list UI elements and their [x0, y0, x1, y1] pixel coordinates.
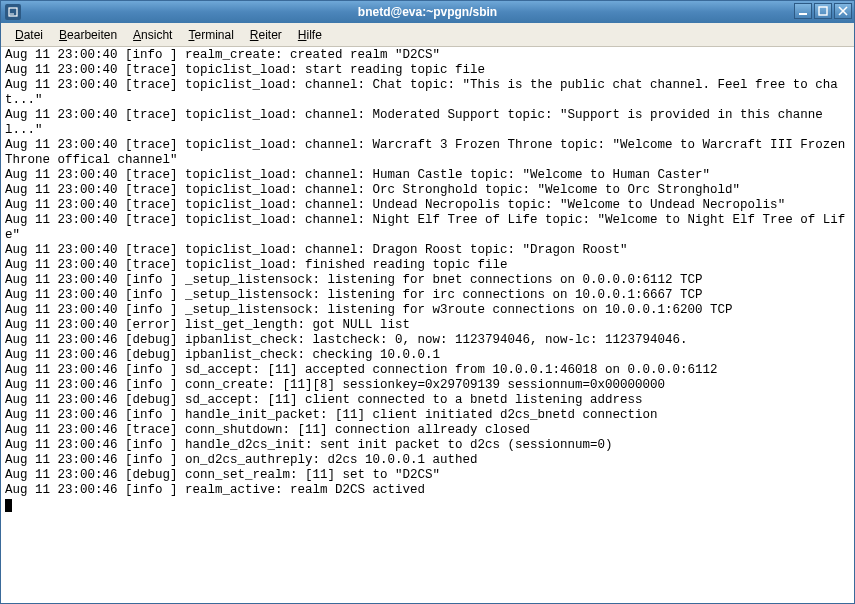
terminal-window: bnetd@eva:~pvpgn/sbin DateiBearbeitenAns… [0, 0, 855, 604]
menu-hilfe[interactable]: Hilfe [290, 26, 330, 44]
terminal-cursor [5, 499, 12, 512]
app-icon [5, 4, 21, 20]
menu-bearbeiten[interactable]: Bearbeiten [51, 26, 125, 44]
maximize-icon [818, 6, 828, 16]
svg-rect-0 [9, 8, 17, 16]
titlebar[interactable]: bnetd@eva:~pvpgn/sbin [1, 1, 854, 23]
svg-rect-3 [819, 7, 827, 15]
window-controls [794, 3, 852, 19]
minimize-icon [798, 6, 808, 16]
close-icon [838, 6, 848, 16]
menu-terminal[interactable]: Terminal [180, 26, 241, 44]
window-title: bnetd@eva:~pvpgn/sbin [358, 5, 497, 19]
menu-reiter[interactable]: Reiter [242, 26, 290, 44]
menubar: DateiBearbeitenAnsichtTerminalReiterHilf… [1, 23, 854, 47]
maximize-button[interactable] [814, 3, 832, 19]
menu-datei[interactable]: Datei [7, 26, 51, 44]
minimize-button[interactable] [794, 3, 812, 19]
menu-ansicht[interactable]: Ansicht [125, 26, 180, 44]
close-button[interactable] [834, 3, 852, 19]
terminal-output[interactable]: Aug 11 23:00:40 [info ] realm_create: cr… [1, 47, 854, 603]
